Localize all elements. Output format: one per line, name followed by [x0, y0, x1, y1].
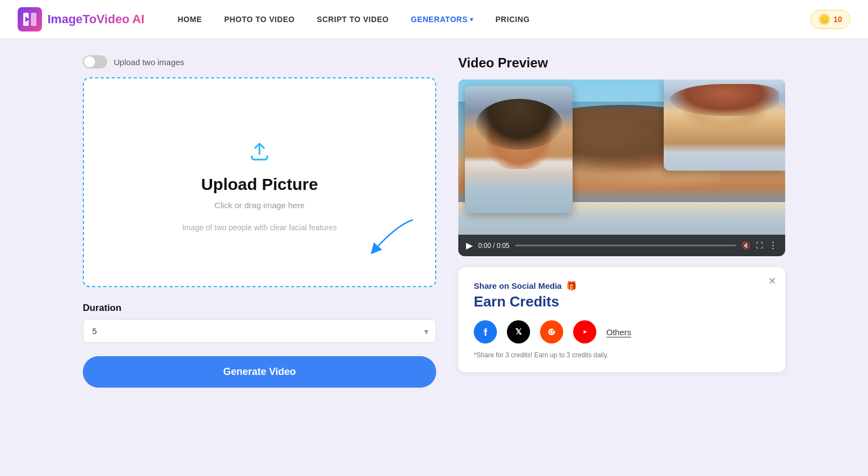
credits-coin-icon: 🪙: [819, 14, 830, 25]
nav-generators-label[interactable]: GENERATORS: [411, 15, 468, 24]
play-button[interactable]: ▶: [466, 240, 473, 251]
video-controls: ▶ 0:00 / 0:05 🔇 ⛶ ⋮: [458, 235, 785, 256]
social-main-title: Earn Credits: [474, 293, 770, 310]
twitter-share-button[interactable]: 𝕏: [507, 320, 530, 343]
fullscreen-icon[interactable]: ⛶: [756, 241, 763, 250]
main-content: Upload two images Upload Picture Click o…: [47, 39, 821, 404]
left-panel: Upload two images Upload Picture Click o…: [83, 55, 458, 388]
social-share-card: ✕ Share on Social Media 🎁 Earn Credits 𝕏: [458, 267, 785, 372]
svg-rect-1: [31, 13, 36, 26]
time-display: 0:00 / 0:05: [478, 242, 510, 250]
duration-select[interactable]: 5 10 15 20: [83, 319, 436, 343]
header: ImageToVideo AI HOME PHOTO TO VIDEO SCRI…: [0, 0, 868, 39]
upload-dropzone[interactable]: Upload Picture Click or drag image here …: [83, 77, 436, 287]
right-panel: Video Preview: [458, 55, 785, 388]
logo-icon: [18, 7, 42, 31]
upload-two-images-toggle[interactable]: [83, 55, 107, 68]
video-ctrl-icons: 🔇 ⛶ ⋮: [742, 240, 777, 251]
gift-icon: 🎁: [566, 281, 577, 291]
social-title-row: Share on Social Media 🎁: [474, 281, 770, 291]
logo-area[interactable]: ImageToVideo AI: [18, 7, 145, 31]
progress-bar[interactable]: [515, 245, 736, 246]
arrow-indicator: [352, 214, 419, 258]
nav-home[interactable]: HOME: [178, 15, 202, 24]
upload-icon: [244, 133, 275, 166]
duration-select-wrapper: 5 10 15 20 ▾: [83, 319, 436, 343]
close-button[interactable]: ✕: [768, 275, 776, 287]
duration-label: Duration: [83, 303, 436, 314]
upload-hint: Image of two people with clear facial fe…: [182, 223, 337, 232]
video-preview-title: Video Preview: [458, 55, 785, 71]
svg-point-6: [549, 331, 551, 332]
reddit-share-button[interactable]: [540, 320, 563, 343]
social-note: *Share for 3 credits! Earn up to 3 credi…: [474, 351, 770, 359]
duration-section: Duration 5 10 15 20 ▾: [83, 303, 436, 343]
mute-icon[interactable]: 🔇: [742, 241, 750, 250]
credits-count: 10: [833, 15, 842, 24]
chevron-down-icon: ▾: [470, 15, 473, 23]
upload-subtitle: Click or drag image here: [214, 200, 304, 210]
main-nav: HOME PHOTO TO VIDEO SCRIPT TO VIDEO GENE…: [178, 15, 811, 24]
nav-generators[interactable]: GENERATORS ▾: [411, 15, 473, 24]
brand-name: ImageToVideo AI: [47, 12, 145, 27]
more-options-icon[interactable]: ⋮: [769, 240, 777, 251]
youtube-share-button[interactable]: [573, 320, 596, 343]
video-preview-area: ▶ 0:00 / 0:05 🔇 ⛶ ⋮: [458, 80, 785, 256]
upload-title: Upload Picture: [201, 175, 318, 194]
upload-toggle-row: Upload two images: [83, 55, 436, 68]
facebook-share-button[interactable]: [474, 320, 497, 343]
generate-video-button[interactable]: Generate Video: [83, 356, 436, 388]
nav-pricing[interactable]: PRICING: [495, 15, 530, 24]
others-share-button[interactable]: Others: [606, 327, 631, 337]
svg-point-7: [552, 331, 553, 332]
social-subtitle: Share on Social Media: [474, 281, 562, 290]
credits-badge[interactable]: 🪙 10: [811, 10, 850, 29]
social-icons-row: 𝕏: [474, 320, 770, 343]
nav-photo-to-video[interactable]: PHOTO TO VIDEO: [224, 15, 295, 24]
nav-script-to-video[interactable]: SCRIPT TO VIDEO: [317, 15, 389, 24]
toggle-label: Upload two images: [114, 57, 184, 67]
